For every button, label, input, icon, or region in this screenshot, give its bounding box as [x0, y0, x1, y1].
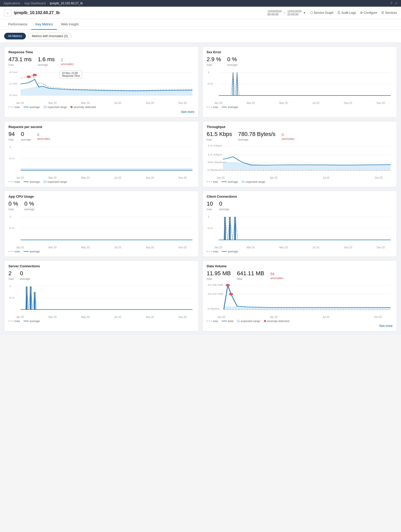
svg-text:2 ms: 2 ms: [9, 82, 17, 85]
server-connections-stats: 2 max 0 average: [8, 270, 194, 280]
svg-text:0 Bytes/s: 0 Bytes/s: [208, 169, 222, 172]
dv-total: 641.11 MB: [237, 270, 264, 277]
svg-point-56: [229, 293, 233, 295]
svg-text:1: 1: [9, 285, 11, 288]
response-time-max: 473.1 ms: [8, 56, 32, 63]
svg-text:1.5 Kbps: 1.5 Kbps: [208, 144, 222, 147]
svg-text:0 ms: 0 ms: [9, 94, 17, 97]
breadcrumb-applications[interactable]: Applications: [4, 2, 20, 5]
5xx-error-max: 2.9 %: [207, 56, 221, 63]
services-button[interactable]: ☰ Services: [381, 11, 397, 15]
5xx-error-legend: max average: [207, 105, 393, 109]
5xx-error-card: 5xx Error 2.9 % max 0 % average 1 0.5: [202, 46, 397, 118]
back-button[interactable]: ←: [4, 9, 11, 16]
data-volume-see-more[interactable]: See more: [207, 324, 393, 328]
breadcrumb-sep-2: ›: [47, 2, 48, 5]
svg-text:1: 1: [208, 71, 210, 74]
configure-button[interactable]: ⚙ Configure: [360, 11, 377, 15]
help-icon[interactable]: ?: [390, 2, 392, 5]
server-connections-title: Server Connections: [8, 264, 194, 268]
client-connections-legend: max average: [207, 250, 393, 253]
sc-max: 2: [8, 270, 14, 277]
throughput-title: Throughput: [207, 125, 393, 129]
5xx-error-title: 5xx Error: [207, 50, 393, 54]
filter-bar: All Metrics Metrics with Anomalies (2): [0, 30, 401, 43]
configure-icon: ⚙: [360, 11, 363, 15]
page-header: ← ipreplb_10.102.60.27_lb 12/03/2019 00:…: [0, 7, 401, 19]
cc-avg: 0: [219, 200, 229, 207]
rps-max: 94: [8, 131, 15, 137]
rps-anomalies: 0: [37, 133, 50, 137]
throughput-legend: max average expected range: [207, 180, 393, 183]
svg-text:1: 1: [9, 215, 11, 218]
header-actions: ⬡ Service Graph ☰ Audit Logs ⚙ Configure…: [310, 11, 397, 15]
response-time-chart: 10 Nov, 21:00Response Time 4 ms 2 ms 0 m…: [8, 68, 194, 101]
svg-text:0.5: 0.5: [9, 227, 14, 230]
5xx-error-stats: 2.9 % max 0 % average: [207, 56, 393, 66]
audit-logs-button[interactable]: ☰ Audit Logs: [337, 11, 356, 15]
breadcrumb-app-dashboard[interactable]: App Dashboard: [24, 2, 46, 5]
app-cpu-stats: 0 % max 0 % average: [8, 200, 194, 211]
requests-per-second-chart: 1 0.5: [8, 143, 194, 176]
tab-web-insight[interactable]: Web Insight: [57, 19, 83, 30]
data-volume-chart: 47.68 MB 23.84 MB 0 Bytes: [207, 282, 393, 315]
client-connections-card: Client Connections 10 max 0 average 1 0.…: [202, 191, 397, 257]
tab-bar: Performance Key Metrics Web Insight: [0, 19, 401, 30]
throughput-max: 61.5 Kbps: [207, 131, 232, 137]
response-time-see-more[interactable]: See more: [8, 110, 194, 114]
svg-text:0 Bytes: 0 Bytes: [208, 307, 220, 310]
service-graph-button[interactable]: ⬡ Service Graph: [310, 11, 334, 15]
client-connections-chart: 1 0.5: [207, 212, 393, 246]
data-volume-stats: 11.95 MB max 641.11 MB total 54 anomalie…: [207, 270, 393, 280]
svg-text:0.5: 0.5: [208, 82, 213, 85]
audit-logs-icon: ☰: [337, 11, 340, 15]
throughput-anomalies: 0: [282, 133, 294, 137]
svg-text:47.68 MB: 47.68 MB: [208, 284, 223, 286]
date-end: 12/01/2020 23:00:00: [287, 10, 301, 16]
response-time-title: Response Time: [8, 50, 194, 54]
response-time-card: Response Time 473.1 ms max 1.6 ms averag…: [4, 46, 199, 118]
svg-point-7: [33, 74, 37, 76]
main-content: Response Time 473.1 ms max 1.6 ms averag…: [0, 43, 401, 335]
data-volume-legend: max total expected range anomaly detecte…: [207, 320, 393, 323]
date-range[interactable]: 12/03/2019 00:00:00 – 12/01/2020 23:00:0…: [268, 10, 305, 16]
dv-anomalies: 54: [270, 272, 283, 276]
5xx-error-avg: 0 %: [227, 56, 238, 63]
svg-text:0.5: 0.5: [208, 227, 213, 230]
server-connections-legend: max average: [8, 320, 194, 323]
date-start: 12/03/2019 00:00:00: [268, 10, 282, 16]
cpu-avg: 0 %: [24, 200, 35, 207]
data-volume-title: Data Volume: [207, 264, 393, 268]
date-sep: –: [284, 11, 285, 15]
svg-text:4 ms: 4 ms: [9, 71, 17, 74]
app-cpu-usage-card: App CPU Usage 0 % max 0 % average 1 0.5: [4, 191, 199, 257]
svg-text:0.5: 0.5: [9, 296, 14, 299]
metrics-with-anomalies-button[interactable]: Metrics with Anomalies (2): [28, 33, 71, 39]
response-time-avg: 1.6 ms: [38, 56, 55, 63]
external-link-icon[interactable]: ⤢: [395, 2, 397, 5]
response-time-anomalies: 2: [61, 58, 74, 62]
5xx-error-chart: 1 0.5: [207, 68, 393, 101]
svg-text:1: 1: [208, 215, 210, 218]
requests-per-second-legend: max average expected range: [8, 180, 194, 183]
breadcrumb-bar: Applications › App Dashboard › ipreplb_1…: [0, 0, 401, 7]
svg-point-6: [27, 76, 31, 78]
svg-text:1: 1: [9, 146, 11, 148]
svg-text:23.84 MB: 23.84 MB: [208, 293, 223, 295]
chevron-down-icon[interactable]: ▾: [304, 11, 305, 15]
svg-text:1.0 Kbps: 1.0 Kbps: [208, 153, 222, 156]
requests-per-second-stats: 94 max 0 average 0 anomalies: [8, 131, 194, 141]
requests-per-second-title: Requests per second: [8, 125, 194, 129]
data-volume-card: Data Volume 11.95 MB max 641.11 MB total…: [202, 260, 397, 332]
app-cpu-usage-title: App CPU Usage: [8, 195, 194, 198]
tab-performance[interactable]: Performance: [4, 19, 31, 30]
breadcrumb-current: ipreplb_10.102.60.27_lb: [50, 2, 83, 5]
all-metrics-button[interactable]: All Metrics: [4, 33, 26, 39]
requests-per-second-card: Requests per second 94 max 0 average 0 a…: [4, 121, 199, 187]
sc-avg: 0: [20, 270, 30, 277]
app-cpu-chart: 1 0.5: [8, 212, 194, 246]
metrics-grid: Response Time 473.1 ms max 1.6 ms averag…: [4, 46, 397, 332]
throughput-card: Throughput 61.5 Kbps max 780.78 Bytes/s …: [202, 121, 397, 187]
tab-key-metrics[interactable]: Key Metrics: [31, 19, 57, 30]
svg-point-55: [226, 284, 230, 286]
